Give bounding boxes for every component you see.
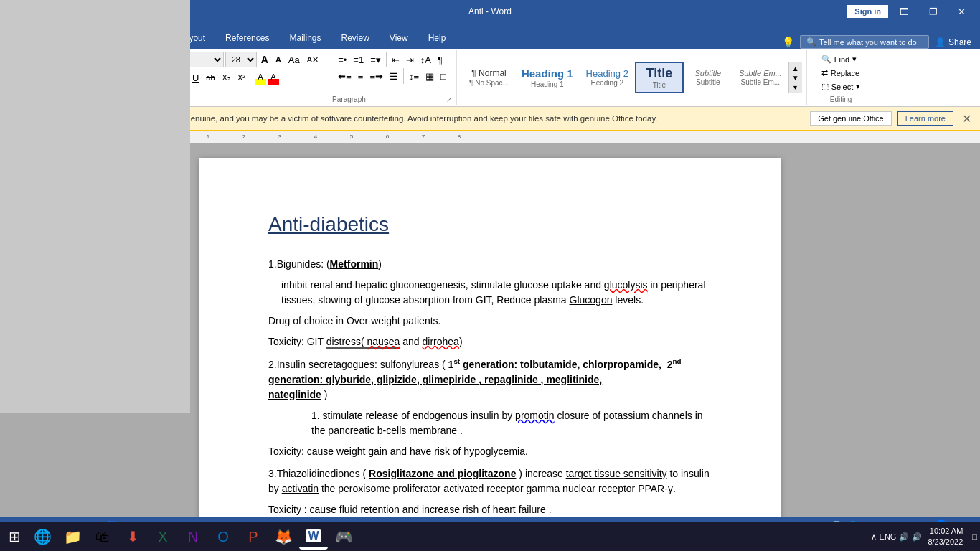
style-normal[interactable]: ¶ Normal ¶ No Spac...	[463, 65, 515, 90]
explorer-icon: 📁	[64, 528, 82, 534]
underline-button[interactable]: U	[189, 70, 202, 85]
clear-formatting-button[interactable]: A✕	[304, 52, 321, 67]
paragraph-top-row: ≡• ≡1 ≡▾ ⇤ ⇥ ↕A ¶	[335, 52, 449, 67]
start-button[interactable]: ⊞	[3, 525, 27, 534]
styles-group: ¶ Normal ¶ No Spac... Heading 1 Heading …	[458, 50, 807, 105]
taskbar-right: ∧ ENG 🔊 🔊 10:02 AM 8/23/2022 □	[871, 526, 977, 534]
tab-mailings[interactable]: Mailings	[279, 27, 331, 49]
taskbar-firefox[interactable]: 🦊	[269, 524, 298, 534]
shading-button[interactable]: ▦	[423, 68, 437, 84]
paragraph-drug-choice: Drug of choice in Over weight patients.	[268, 314, 712, 329]
editing-buttons: 🔍 Find ▾ ⇄ Replace ⬚ Select ▾	[813, 52, 870, 94]
change-case-button[interactable]: Aa	[286, 52, 303, 67]
close-button[interactable]: ✕	[949, 0, 974, 23]
ie-icon: 🌐	[34, 528, 52, 534]
ruler-margin-left	[0, 131, 190, 143]
paragraph-group: ≡• ≡1 ≡▾ ⇤ ⇥ ↕A ¶ ⬅≡ ≡ ≡➡ ☰ ↕≡ ▦ □ Parag…	[328, 50, 457, 105]
font-color-button[interactable]: A	[268, 70, 279, 85]
tab-review[interactable]: Review	[331, 27, 379, 49]
bullet-list-button[interactable]: ≡•	[335, 52, 349, 67]
target-tissue-text: target tissue sensitivity	[566, 468, 667, 479]
taskbar-powerpoint[interactable]: P	[239, 524, 268, 534]
volume-icon[interactable]: 🔊	[912, 532, 922, 534]
style-title[interactable]: Title Title	[635, 62, 684, 94]
text-highlight-button[interactable]: A	[255, 70, 266, 85]
tab-references[interactable]: References	[215, 27, 279, 49]
document-page[interactable]: Anti-diabetics 1.Bigunides: (Metformin) …	[199, 158, 781, 517]
align-center-button[interactable]: ≡	[355, 68, 367, 84]
style-heading2[interactable]: Heading 2 Heading 2	[580, 65, 635, 91]
grow-font-button[interactable]: A	[258, 52, 271, 67]
subscript-button[interactable]: X₂	[220, 70, 233, 85]
select-icon: ⬚	[821, 82, 829, 91]
restore-button[interactable]: 🗖	[891, 0, 918, 23]
align-left-button[interactable]: ⬅≡	[335, 68, 354, 84]
learn-more-link[interactable]: Learn more	[897, 111, 953, 126]
document-body: Anti-diabetics 1.Bigunides: (Metformin) …	[268, 209, 712, 517]
get-genuine-button[interactable]: Get genuine Office	[810, 111, 892, 126]
paragraph-bottom-row: ⬅≡ ≡ ≡➡ ☰ ↕≡ ▦ □	[335, 68, 449, 84]
style-subtle-emphasis[interactable]: Subtle Em... Subtle Em...	[732, 65, 788, 90]
multilevel-list-button[interactable]: ≡▾	[367, 52, 384, 67]
sort-button[interactable]: ↕A	[418, 52, 434, 67]
replace-icon: ⇄	[821, 68, 828, 77]
metformin-text: Metformin	[330, 258, 379, 270]
styles-expand[interactable]: ▾	[789, 83, 802, 92]
notification-close-button[interactable]: ✕	[962, 112, 971, 126]
paragraph-toxicity-git: Toxicity: GIT distress( nausea and dirro…	[268, 334, 712, 349]
network-icon[interactable]: 🔊	[899, 532, 909, 534]
styles-scroll-down[interactable]: ▼	[789, 73, 802, 83]
find-dropdown-icon: ▾	[852, 55, 857, 64]
paragraph-inhibit: inhibit renal and hepatic gluconeogenesi…	[281, 278, 712, 308]
sign-in-button[interactable]: Sign in	[847, 5, 888, 18]
shrink-font-button[interactable]: A	[273, 52, 284, 67]
taskbar-outlook[interactable]: O	[209, 524, 237, 534]
tab-view[interactable]: View	[380, 27, 418, 49]
paragraph-dialog-launcher[interactable]: ↗	[446, 95, 452, 103]
show-hide-button[interactable]: ¶	[435, 52, 446, 67]
notification-text: Your license isn't genuine, and you may …	[123, 114, 805, 123]
select-button[interactable]: ⬚ Select ▾	[819, 80, 864, 93]
decrease-indent-button[interactable]: ⇤	[389, 52, 402, 67]
style-subtitle[interactable]: Subtitle Subtitle	[684, 65, 732, 90]
find-button[interactable]: 🔍 Find ▾	[819, 53, 864, 65]
show-desktop-button[interactable]: □	[969, 529, 977, 534]
numbered-list-button[interactable]: ≡1	[350, 52, 367, 67]
justify-button[interactable]: ☰	[387, 68, 401, 84]
borders-button[interactable]: □	[438, 68, 449, 84]
taskbar-explorer[interactable]: 📁	[58, 524, 87, 534]
replace-button[interactable]: ⇄ Replace	[819, 67, 864, 79]
lightbulb-icon: 💡	[782, 37, 794, 48]
taskbar-ie[interactable]: 🌐	[28, 524, 57, 534]
increase-indent-button[interactable]: ⇥	[403, 52, 417, 67]
style-heading1[interactable]: Heading 1 Heading 1	[515, 64, 580, 92]
downloader-icon: ⬇	[127, 528, 139, 534]
share-button[interactable]: 👤 Share	[935, 37, 971, 47]
wpm-icon: 🎮	[335, 528, 353, 534]
align-right-button[interactable]: ≡➡	[367, 68, 386, 84]
taskbar-wpm[interactable]: 🎮	[329, 524, 358, 534]
superscript-button[interactable]: X²	[235, 70, 248, 85]
nausea-text: nausea	[367, 336, 400, 347]
line-spacing-button[interactable]: ↕≡	[406, 68, 422, 84]
styles-list: ¶ Normal ¶ No Spac... Heading 1 Heading …	[463, 62, 788, 94]
taskbar-downloader[interactable]: ⬇	[118, 524, 147, 534]
clock[interactable]: 10:02 AM 8/23/2022	[928, 526, 963, 534]
taskbar-excel[interactable]: X	[149, 524, 177, 534]
stimulate-text: stimulate release of endogenous insulin	[323, 410, 499, 421]
styles-scroll-up[interactable]: ▲	[789, 64, 802, 73]
taskbar-onenote[interactable]: N	[179, 524, 207, 534]
taskbar-store[interactable]: 🛍	[88, 524, 117, 534]
tab-help[interactable]: Help	[418, 27, 456, 49]
tell-me-input[interactable]: 🔍 Tell me what you want to do	[800, 35, 929, 49]
paragraph-thiazolidinediones: 3.Thiazolidinediones ( Rosiglitazone and…	[268, 466, 712, 496]
font-size-select[interactable]: 28	[225, 52, 257, 67]
minimize-button[interactable]: ❐	[920, 0, 946, 23]
search-icon: 🔍	[806, 37, 816, 47]
powerpoint-icon: P	[248, 529, 258, 534]
taskbar-word[interactable]: W	[299, 524, 328, 534]
ruler: 1 2 3 4 5 6 7 8	[0, 131, 980, 143]
paragraph-toxicity-fluid: Toxicity : cause fluid retention and inc…	[268, 502, 712, 517]
strikethrough-button[interactable]: ab	[203, 70, 217, 85]
tray-chevron[interactable]: ∧	[871, 532, 877, 534]
